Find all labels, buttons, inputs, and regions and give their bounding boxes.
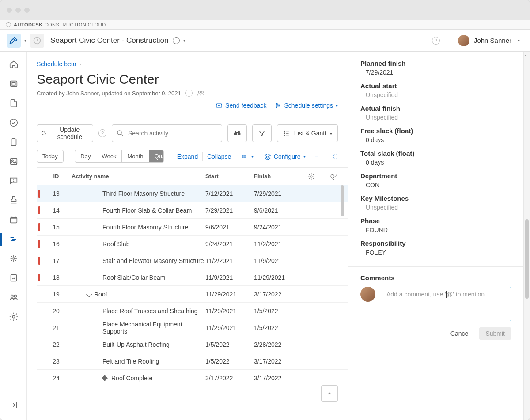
filter-button[interactable]	[252, 124, 272, 142]
col-header-name[interactable]: Activity name	[69, 173, 205, 180]
svg-line-32	[121, 134, 123, 136]
table-row[interactable]: 13Third Floor Masonry Structure7/12/2021…	[37, 185, 348, 202]
zoom-in-button[interactable]: +	[324, 153, 329, 160]
send-feedback-label: Send feedback	[225, 102, 266, 109]
col-header-finish[interactable]: Finish	[254, 173, 303, 180]
svg-point-40	[284, 135, 284, 135]
today-button[interactable]: Today	[37, 150, 64, 163]
zoom-out-button[interactable]: −	[314, 153, 319, 160]
nav-photos[interactable]	[4, 153, 23, 170]
table-row[interactable]: 22Built-Up Asphalt Roofing1/5/20222/28/2…	[37, 336, 348, 353]
cell-id: 19	[43, 291, 69, 298]
critical-bar-icon	[38, 223, 40, 231]
table-row[interactable]: 18Roof Slab/Collar Beam11/9/202111/29/20…	[37, 269, 348, 286]
chevron-down-icon[interactable]: ▾	[24, 38, 26, 43]
collapse-toggle-icon[interactable]	[86, 291, 92, 297]
table-row[interactable]: 17Stair and Elevator Masonry Structure11…	[37, 252, 348, 269]
project-title[interactable]: Seaport Civic Center - Construction	[50, 36, 168, 45]
user-name[interactable]: John Sanner	[474, 37, 511, 44]
scroll-up-arrow-icon[interactable]: ▴	[525, 52, 527, 57]
table-row[interactable]: 19Roof11/29/20213/17/2022	[37, 286, 348, 303]
breadcrumb-root[interactable]: Schedule beta	[37, 60, 76, 68]
cell-start: 11/9/2021	[205, 274, 254, 281]
nav-reviews[interactable]	[4, 114, 23, 131]
submit-button[interactable]: Submit	[479, 327, 511, 340]
table-row[interactable]: 20Place Roof Trusses and Sheathing11/29/…	[37, 303, 348, 319]
nav-reports[interactable]	[4, 270, 23, 286]
scroll-top-button[interactable]	[321, 385, 338, 402]
nav-collapse[interactable]	[4, 397, 23, 413]
expand-link[interactable]: Expand	[177, 153, 198, 160]
nav-forms[interactable]	[4, 134, 23, 150]
table-row[interactable]: 16Roof Slab9/24/202111/2/2021	[37, 236, 348, 252]
cell-id: 23	[43, 358, 69, 365]
window-max-dot[interactable]	[24, 8, 30, 13]
nav-meetings[interactable]	[4, 211, 23, 228]
nav-sheets[interactable]	[4, 75, 23, 92]
detail-field: ResponsibilityFOLEY	[348, 238, 523, 260]
help-icon[interactable]: ?	[432, 37, 440, 45]
col-settings-button[interactable]	[303, 173, 320, 180]
view-switcher-button[interactable]: List & Gantt ▾	[277, 124, 338, 142]
info-icon[interactable]: i	[186, 90, 193, 97]
update-help-icon[interactable]: ?	[98, 129, 106, 137]
binoculars-button[interactable]	[227, 124, 247, 142]
user-menu-chevron-icon[interactable]: ▾	[518, 38, 520, 43]
panel-scroll-thumb[interactable]	[525, 219, 529, 299]
recent-button[interactable]	[30, 34, 44, 48]
cell-name: Roof Slab/Collar Beam	[69, 274, 205, 281]
window-close-dot[interactable]	[7, 8, 12, 13]
project-chevron-icon[interactable]: ▾	[183, 38, 186, 43]
col-header-id[interactable]: ID	[43, 173, 69, 180]
nav-assets[interactable]	[4, 250, 23, 267]
meta-text: Created by John Sanner, updated on Septe…	[37, 90, 181, 97]
table-row[interactable]: 15Fourth Floor Masonry Structure9/6/2021…	[37, 219, 348, 236]
table-row[interactable]: 23Felt and Tile Roofing1/5/20223/17/2022	[37, 353, 348, 370]
window-min-dot[interactable]	[15, 8, 21, 13]
breadcrumb[interactable]: Schedule beta ›	[37, 60, 348, 68]
nav-settings[interactable]	[4, 308, 23, 325]
col-header-start[interactable]: Start	[205, 173, 254, 180]
range-quarter[interactable]: Quarter	[149, 150, 164, 162]
nav-files[interactable]	[4, 95, 23, 112]
nav-issues[interactable]	[4, 172, 23, 189]
comment-input[interactable]: Add a comment, use '@' to mention...	[382, 287, 511, 321]
panel-scrollbar[interactable]: ▴	[523, 52, 530, 420]
search-input[interactable]	[112, 124, 222, 142]
nav-members[interactable]	[4, 289, 23, 306]
detail-label: Free slack (float)	[360, 127, 511, 135]
members-icon[interactable]	[197, 90, 205, 96]
cancel-button[interactable]: Cancel	[447, 327, 473, 340]
range-day[interactable]: Day	[75, 150, 96, 162]
table-row[interactable]: 21Place Mechanical Equipment Supports11/…	[37, 319, 348, 336]
nav-stamps[interactable]	[4, 192, 23, 209]
range-week[interactable]: Week	[96, 150, 122, 162]
range-month[interactable]: Month	[122, 150, 149, 162]
nav-home[interactable]	[4, 56, 23, 73]
critical-bar-icon	[38, 341, 40, 349]
chevron-down-icon[interactable]: ▾	[251, 154, 254, 159]
critical-bar-icon	[38, 307, 40, 315]
schedule-settings-link[interactable]: Schedule settings ▾	[274, 102, 338, 109]
chevron-down-icon: ▾	[336, 103, 338, 108]
gantt-scrollbar-thumb[interactable]	[341, 185, 344, 216]
table-row[interactable]: 24Roof Complete3/17/20223/17/2022	[37, 370, 348, 386]
globe-icon	[173, 37, 180, 44]
critical-bar-icon	[38, 324, 40, 332]
fullscreen-icon[interactable]	[333, 153, 338, 160]
nav-schedule[interactable]	[4, 231, 23, 248]
cell-id: 14	[43, 207, 69, 214]
table-row[interactable]: 14Fourth Floor Slab & Collar Beam7/29/20…	[37, 202, 348, 219]
product-switcher-button[interactable]	[7, 34, 21, 48]
collapse-link[interactable]: Collapse	[207, 153, 231, 160]
send-feedback-link[interactable]: Send feedback	[216, 102, 266, 109]
detail-label: Department	[360, 172, 511, 180]
chevron-right-icon: ›	[80, 61, 82, 67]
user-avatar[interactable]	[458, 35, 469, 46]
cell-id: 22	[43, 341, 69, 348]
update-schedule-button[interactable]: Update schedule	[37, 124, 93, 142]
top-bar: ▾ Seaport Civic Center - Construction ▾ …	[0, 30, 530, 52]
list-icon[interactable]	[242, 153, 247, 160]
detail-field: PhaseFOUND	[348, 215, 523, 238]
configure-link[interactable]: Configure ▾	[264, 153, 306, 160]
